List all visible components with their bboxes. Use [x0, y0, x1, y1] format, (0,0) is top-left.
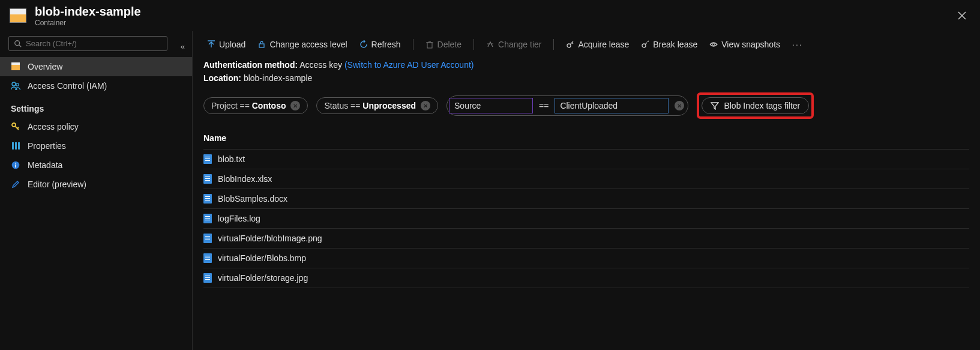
search-box[interactable] — [8, 36, 167, 51]
svg-line-24 — [648, 41, 649, 42]
filter-pill-project[interactable]: Project == Contoso ✕ — [203, 97, 308, 114]
pencil-icon — [11, 180, 20, 189]
change-access-button[interactable]: Change access level — [254, 37, 350, 52]
container-icon — [10, 8, 26, 23]
break-lease-icon — [641, 40, 649, 49]
table-row[interactable]: BlobIndex.xlsx — [203, 169, 969, 189]
acquire-lease-icon — [566, 40, 574, 49]
table-row[interactable]: blob.txt — [203, 149, 969, 169]
sidebar-item-label: Access Control (IAM) — [28, 81, 107, 91]
filter-icon — [711, 101, 719, 110]
svg-rect-3 — [11, 62, 20, 65]
upload-button[interactable]: Upload — [203, 37, 249, 52]
sidebar-item-editor[interactable]: Editor (preview) — [0, 175, 192, 194]
svg-line-23 — [645, 43, 647, 44]
sidebar-item-label: Access policy — [28, 122, 79, 131]
svg-point-4 — [12, 82, 16, 86]
filter-bar: Project == Contoso ✕ Status == Unprocess… — [193, 84, 980, 127]
remove-filter-icon[interactable]: ✕ — [290, 101, 300, 110]
column-header-name[interactable]: Name — [203, 127, 969, 149]
sidebar-item-metadata[interactable]: Metadata — [0, 155, 192, 175]
sidebar-item-access-control[interactable]: Access Control (IAM) — [0, 76, 192, 95]
sidebar-item-properties[interactable]: Properties — [0, 136, 192, 155]
file-icon — [203, 174, 212, 184]
page-subtitle: Container — [35, 19, 141, 27]
table-row[interactable]: logFiles.log — [203, 209, 969, 229]
change-tier-button: Change tier — [482, 37, 545, 52]
table-row[interactable]: virtualFolder/storage.jpg — [203, 268, 969, 288]
svg-rect-16 — [427, 43, 432, 48]
svg-line-21 — [572, 43, 573, 44]
blob-name: virtualFolder/storage.jpg — [218, 273, 308, 283]
key-icon — [11, 122, 20, 131]
svg-rect-14 — [15, 163, 16, 164]
upload-icon — [207, 40, 215, 49]
highlight-box: Blob Index tags filter — [697, 92, 814, 119]
remove-filter-icon[interactable]: ✕ — [675, 101, 684, 110]
window-header: blob-index-sample Container — [0, 0, 980, 31]
change-tier-icon — [486, 40, 495, 49]
filter-value-input[interactable] — [555, 98, 669, 113]
filter-operator: == — [539, 101, 549, 110]
auth-method-row: Authentication method: Access key (Switc… — [193, 58, 980, 71]
blob-name: virtualFolder/Blobs.bmp — [218, 253, 306, 263]
svg-line-8 — [17, 127, 19, 128]
collapse-sidebar-button[interactable]: « — [181, 42, 185, 51]
file-icon — [203, 234, 212, 243]
settings-section-header: Settings — [0, 95, 192, 117]
close-button[interactable] — [954, 7, 970, 24]
sidebar-item-label: Overview — [28, 62, 62, 71]
location-row: Location: blob-index-sample — [193, 71, 980, 84]
blob-name: BlobIndex.xlsx — [218, 174, 272, 184]
remove-filter-icon[interactable]: ✕ — [421, 101, 430, 110]
trash-icon — [425, 40, 434, 49]
sidebar-item-access-policy[interactable]: Access policy — [0, 117, 192, 136]
sidebar-item-overview[interactable]: Overview — [0, 57, 192, 76]
toolbar-separator — [473, 39, 474, 50]
overview-icon — [11, 62, 20, 71]
break-lease-button[interactable]: Break lease — [637, 37, 701, 52]
svg-rect-10 — [15, 142, 17, 149]
table-row[interactable]: virtualFolder/blobImage.png — [203, 229, 969, 249]
file-icon — [203, 154, 212, 164]
info-icon — [11, 161, 20, 169]
more-button[interactable]: ··· — [789, 37, 807, 52]
access-control-icon — [11, 82, 20, 90]
blob-index-tags-filter-button[interactable]: Blob Index tags filter — [702, 97, 809, 114]
main-content: Upload Change access level Refresh Delet… — [192, 31, 980, 350]
switch-auth-link[interactable]: (Switch to Azure AD User Account) — [344, 60, 474, 70]
page-title: blob-index-sample — [35, 5, 141, 19]
svg-point-25 — [712, 43, 715, 46]
table-row[interactable]: virtualFolder/Blobs.bmp — [203, 249, 969, 268]
table-row[interactable]: BlobSamples.docx — [203, 189, 969, 209]
blob-name: blob.txt — [218, 154, 245, 164]
blob-name: logFiles.log — [218, 214, 260, 223]
blob-list: Name blob.txtBlobIndex.xlsxBlobSamples.d… — [193, 127, 980, 288]
file-icon — [203, 273, 212, 283]
refresh-button[interactable]: Refresh — [356, 37, 404, 52]
view-snapshots-button[interactable]: View snapshots — [706, 37, 784, 52]
sidebar: « Overview Access Control (IAM) Settings… — [0, 31, 192, 350]
search-input[interactable] — [26, 39, 162, 48]
file-icon — [203, 253, 212, 263]
toolbar: Upload Change access level Refresh Delet… — [193, 31, 980, 58]
blob-name: virtualFolder/blobImage.png — [218, 234, 322, 243]
filter-key-input[interactable] — [449, 98, 533, 113]
properties-icon — [11, 142, 20, 150]
svg-rect-2 — [11, 64, 20, 70]
acquire-lease-button[interactable]: Acquire lease — [562, 37, 633, 52]
filter-pill-status[interactable]: Status == Unprocessed ✕ — [316, 97, 438, 114]
blob-name: BlobSamples.docx — [218, 194, 287, 204]
sidebar-item-label: Properties — [28, 141, 66, 151]
svg-point-5 — [16, 83, 19, 86]
file-icon — [203, 194, 212, 204]
toolbar-separator — [413, 39, 413, 50]
svg-line-1 — [19, 44, 22, 47]
filter-kv-input-group: == ✕ — [446, 95, 688, 116]
lock-icon — [257, 40, 266, 49]
toolbar-separator — [553, 39, 554, 50]
svg-point-0 — [15, 40, 20, 45]
refresh-icon — [359, 40, 368, 49]
search-icon — [14, 40, 22, 48]
close-icon — [957, 11, 967, 20]
